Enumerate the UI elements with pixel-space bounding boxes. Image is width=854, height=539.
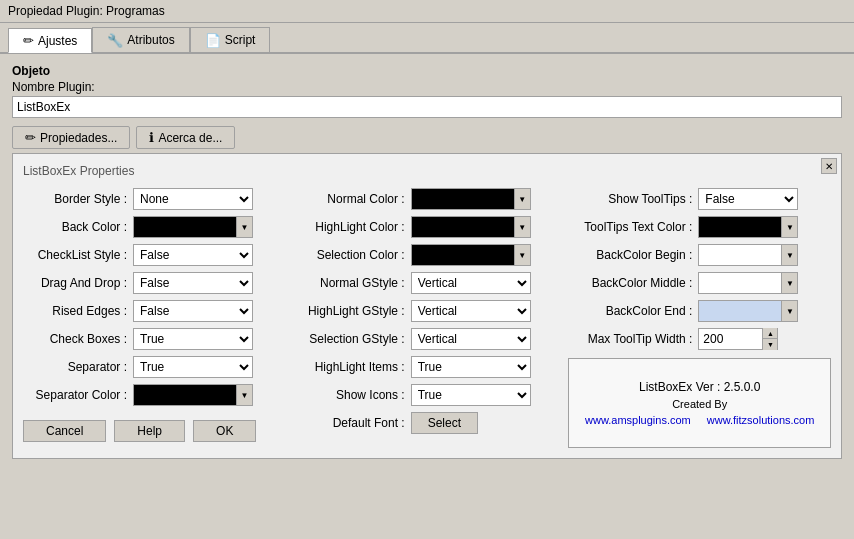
border-style-select[interactable]: NoneFlatSingle3D [133, 188, 253, 210]
col2: Normal Color : ▼ HighLight Color : ▼ Sel… [296, 188, 559, 448]
info-version: ListBoxEx Ver : 2.5.0.0 [577, 380, 822, 394]
backcolor-end-dropdown[interactable]: ▼ [781, 301, 797, 321]
selection-color-swatch [412, 245, 514, 265]
back-color-picker[interactable]: ▼ [133, 216, 253, 238]
atributos-icon: 🔧 [107, 33, 123, 48]
tooltips-text-color-dropdown[interactable]: ▼ [781, 217, 797, 237]
spinner-buttons: ▲ ▼ [762, 328, 777, 350]
backcolor-begin-picker[interactable]: ▼ [698, 244, 798, 266]
ajustes-label: Ajustes [38, 34, 77, 48]
field-check-boxes: Check Boxes : TrueFalse [23, 328, 286, 350]
selection-color-picker[interactable]: ▼ [411, 244, 531, 266]
separator-color-swatch [134, 385, 236, 405]
border-style-label: Border Style : [23, 192, 133, 206]
field-selection-color: Selection Color : ▼ [296, 244, 559, 266]
select-font-button[interactable]: Select [411, 412, 478, 434]
selection-color-dropdown[interactable]: ▼ [514, 245, 530, 265]
normal-color-label: Normal Color : [296, 192, 411, 206]
field-show-icons: Show Icons : TrueFalse [296, 384, 559, 406]
acerca-button[interactable]: ℹ Acerca de... [136, 126, 235, 149]
check-boxes-select[interactable]: TrueFalse [133, 328, 253, 350]
check-boxes-label: Check Boxes : [23, 332, 133, 346]
normal-color-picker[interactable]: ▼ [411, 188, 531, 210]
normal-gstyle-select[interactable]: VerticalHorizontalNone [411, 272, 531, 294]
highlight-items-label: HighLight Items : [296, 360, 411, 374]
tab-atributos[interactable]: 🔧 Atributos [92, 27, 189, 52]
help-button[interactable]: Help [114, 420, 185, 442]
nombre-plugin-input[interactable] [12, 96, 842, 118]
ams-link[interactable]: www.amsplugins.com [585, 414, 691, 426]
cancel-button[interactable]: Cancel [23, 420, 106, 442]
checklist-style-label: CheckList Style : [23, 248, 133, 262]
propiedades-button[interactable]: ✏ Propiedades... [12, 126, 130, 149]
backcolor-end-label: BackColor End : [568, 304, 698, 318]
normal-gstyle-label: Normal GStyle : [296, 276, 411, 290]
info-icon: ℹ [149, 130, 154, 145]
field-checklist-style: CheckList Style : FalseTrue [23, 244, 286, 266]
tab-script[interactable]: 📄 Script [190, 27, 271, 52]
acerca-label: Acerca de... [158, 131, 222, 145]
tooltips-text-color-label: ToolTips Text Color : [568, 220, 698, 234]
info-box: ListBoxEx Ver : 2.5.0.0 Created By www.a… [568, 358, 831, 448]
selection-gstyle-label: Selection GStyle : [296, 332, 411, 346]
ok-button[interactable]: OK [193, 420, 256, 442]
tooltips-text-color-picker[interactable]: ▼ [698, 216, 798, 238]
field-highlight-color: HighLight Color : ▼ [296, 216, 559, 238]
drag-drop-label: Drag And Drop : [23, 276, 133, 290]
normal-color-dropdown[interactable]: ▼ [514, 189, 530, 209]
backcolor-end-picker[interactable]: ▼ [698, 300, 798, 322]
highlight-color-swatch [412, 217, 514, 237]
field-backcolor-middle: BackColor Middle : ▼ [568, 272, 831, 294]
separator-color-picker[interactable]: ▼ [133, 384, 253, 406]
spinner-value: 200 [699, 332, 762, 346]
objeto-section: Objeto Nombre Plugin: [12, 64, 842, 118]
highlight-gstyle-select[interactable]: VerticalHorizontalNone [411, 300, 531, 322]
back-color-dropdown[interactable]: ▼ [236, 217, 252, 237]
rised-edges-label: Rised Edges : [23, 304, 133, 318]
backcolor-begin-dropdown[interactable]: ▼ [781, 245, 797, 265]
spinner-up[interactable]: ▲ [763, 328, 777, 339]
backcolor-middle-picker[interactable]: ▼ [698, 272, 798, 294]
title-bar: Propiedad Plugin: Programas [0, 0, 854, 23]
close-button[interactable]: ✕ [821, 158, 837, 174]
backcolor-middle-dropdown[interactable]: ▼ [781, 273, 797, 293]
backcolor-begin-label: BackColor Begin : [568, 248, 698, 262]
field-selection-gstyle: Selection GStyle : VerticalHorizontalNon… [296, 328, 559, 350]
show-icons-label: Show Icons : [296, 388, 411, 402]
separator-color-label: Separator Color : [23, 388, 133, 402]
highlight-items-select[interactable]: TrueFalse [411, 356, 531, 378]
max-tooltip-width-label: Max ToolTip Width : [568, 332, 698, 346]
separator-color-dropdown[interactable]: ▼ [236, 385, 252, 405]
highlight-color-dropdown[interactable]: ▼ [514, 217, 530, 237]
field-backcolor-begin: BackColor Begin : ▼ [568, 244, 831, 266]
field-back-color: Back Color : ▼ [23, 216, 286, 238]
drag-drop-select[interactable]: FalseTrue [133, 272, 253, 294]
highlight-color-picker[interactable]: ▼ [411, 216, 531, 238]
properties-panel: ListBoxEx Properties ✕ Border Style : No… [12, 153, 842, 459]
max-tooltip-width-spinner[interactable]: 200 ▲ ▼ [698, 328, 778, 350]
show-tooltips-select[interactable]: FalseTrue [698, 188, 798, 210]
checklist-style-select[interactable]: FalseTrue [133, 244, 253, 266]
default-font-label: Default Font : [296, 416, 411, 430]
back-color-swatch [134, 217, 236, 237]
window-title: Propiedad Plugin: Programas [8, 4, 165, 18]
backcolor-begin-swatch [699, 245, 781, 265]
tab-ajustes[interactable]: ✏ Ajustes [8, 28, 92, 53]
script-icon: 📄 [205, 33, 221, 48]
highlight-gstyle-label: HighLight GStyle : [296, 304, 411, 318]
spinner-down[interactable]: ▼ [763, 339, 777, 350]
separator-select[interactable]: TrueFalse [133, 356, 253, 378]
field-separator-color: Separator Color : ▼ [23, 384, 286, 406]
field-max-tooltip-width: Max ToolTip Width : 200 ▲ ▼ [568, 328, 831, 350]
show-icons-select[interactable]: TrueFalse [411, 384, 531, 406]
selection-gstyle-select[interactable]: VerticalHorizontalNone [411, 328, 531, 350]
properties-title: ListBoxEx Properties [23, 164, 831, 178]
fitz-link[interactable]: www.fitzsolutions.com [707, 414, 815, 426]
tab-bar: ✏ Ajustes 🔧 Atributos 📄 Script [0, 23, 854, 54]
field-normal-gstyle: Normal GStyle : VerticalHorizontalNone [296, 272, 559, 294]
info-links: www.amsplugins.com www.fitzsolutions.com [577, 414, 822, 426]
field-tooltips-text-color: ToolTips Text Color : ▼ [568, 216, 831, 238]
field-highlight-items: HighLight Items : TrueFalse [296, 356, 559, 378]
rised-edges-select[interactable]: FalseTrue [133, 300, 253, 322]
backcolor-middle-swatch [699, 273, 781, 293]
